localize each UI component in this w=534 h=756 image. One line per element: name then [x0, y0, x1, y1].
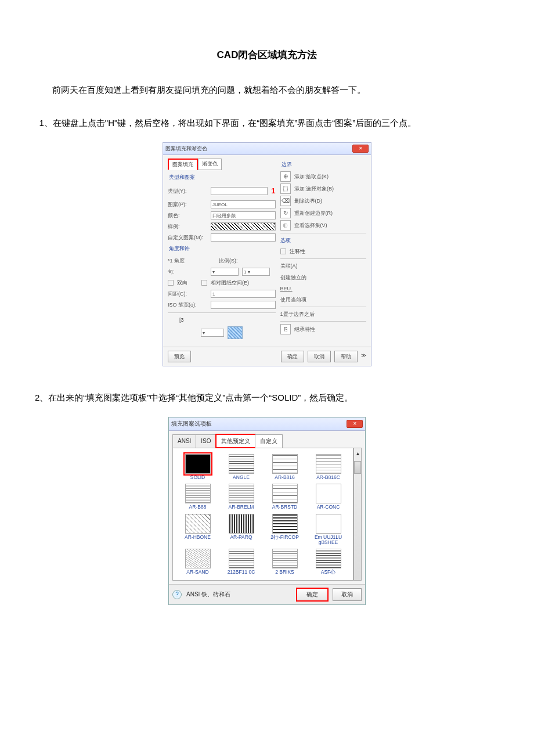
checkbox-annotative[interactable]: [280, 249, 286, 254]
ok-button-d1[interactable]: 确定: [281, 351, 304, 362]
ok-button[interactable]: 确定: [297, 588, 328, 601]
tab-ansi[interactable]: ANSI: [172, 434, 196, 448]
pattern-item[interactable]: SOLID: [178, 454, 218, 480]
tab-gradient[interactable]: 渐变色: [198, 159, 222, 170]
view-selection-icon: ◐: [280, 220, 291, 231]
origin-preview: [228, 326, 243, 339]
pattern-item[interactable]: AR-SAND: [178, 549, 218, 575]
pattern-item[interactable]: AR-B816C: [308, 454, 348, 480]
step-1-text: 1、在键盘上点击"H"键，然后空格，将出现如下界面，在“图案填充”界面点击“图案…: [45, 115, 499, 131]
scrollbar[interactable]: ▴: [353, 448, 362, 581]
pattern-item[interactable]: AR-CONC: [308, 484, 348, 510]
pattern-palette-dialog: 填充图案选项板 ✕ ANSI ISO 其他预定义 自定义 SOLIDANGLEA…: [168, 417, 366, 605]
angle-input[interactable]: ▾: [211, 268, 239, 276]
label-relative: 相对图纸空间(E): [211, 278, 249, 287]
pattern-item[interactable]: AR-B88: [178, 484, 218, 510]
select-objects-icon[interactable]: ⬚: [280, 183, 291, 194]
pattern-item[interactable]: Em UUJ1LU gBSHEE: [308, 514, 348, 546]
pattern-select[interactable]: JUEOL: [211, 200, 276, 208]
recreate-boundary-label: 重新创建边界(R): [294, 208, 366, 218]
view-selection-label: 查看选择集(V): [294, 221, 366, 230]
pattern-label: AR-PARQ: [221, 535, 261, 540]
opt-current: 使用当前项: [280, 295, 366, 304]
pattern-label: AR-SAND: [178, 570, 218, 575]
pattern-label: AR-HBONE: [178, 535, 218, 540]
label-pattern: 图案(P):: [168, 200, 207, 209]
pattern-item[interactable]: 2 BRIKS: [265, 549, 305, 575]
label-angle: *1 角度: [168, 256, 207, 265]
help-button[interactable]: 帮助: [334, 351, 358, 362]
pattern-swatch: [229, 484, 254, 503]
preview-button[interactable]: 预览: [168, 351, 191, 362]
expand-icon[interactable]: ≫: [361, 351, 366, 362]
pattern-grid: SOLIDANGLEAR-B816AR-B816CAR-B88AR-BRELMA…: [172, 448, 353, 581]
pattern-swatch: [316, 484, 341, 503]
iso-input: [211, 301, 276, 309]
scale-input[interactable]: 1 ▾: [242, 268, 270, 276]
color-select[interactable]: 口轻用多颜: [211, 211, 276, 219]
pattern-swatch: [185, 454, 211, 474]
label-color: 颜色:: [168, 211, 207, 220]
pattern-swatch: [229, 549, 254, 568]
custom-select: [211, 233, 276, 242]
pattern-swatch: [185, 514, 211, 534]
pattern-label: Em UUJ1LU gBSHEE: [308, 535, 348, 546]
type-select[interactable]: [211, 187, 268, 195]
intro-paragraph: 前两天在百度知道上看到有朋友提问填充的问题，就想着给不会的朋友解答一下。: [35, 82, 499, 98]
pattern-label: AR-B88: [178, 505, 218, 510]
remove-boundary-label: 删除边界(D): [294, 196, 366, 206]
origin-select[interactable]: ▾: [201, 329, 224, 337]
scroll-up-icon[interactable]: ▴: [354, 448, 361, 459]
footer-text: ANSI 铁、砖和石: [186, 589, 230, 600]
group-type-label: 类型和图案: [169, 172, 276, 182]
boundary-label: 边界: [282, 160, 366, 169]
pattern-item[interactable]: AR-BRELM: [221, 484, 261, 510]
pattern-item[interactable]: ASF心: [308, 549, 348, 575]
close-icon[interactable]: ✕: [352, 145, 369, 153]
label-sample: 样例:: [168, 222, 207, 231]
tab-iso[interactable]: ISO: [196, 434, 216, 448]
close-icon-2[interactable]: ✕: [347, 420, 363, 428]
pattern-item[interactable]: AR-B816: [265, 454, 305, 480]
cancel-button-d1[interactable]: 取消: [308, 351, 331, 362]
cancel-button[interactable]: 取消: [333, 588, 362, 601]
dialog2-titlebar: 填充图案选项板 ✕: [169, 417, 365, 431]
spacing-input: 1: [211, 290, 276, 298]
opt-behind: 1置于边界之后: [280, 309, 366, 319]
pattern-item[interactable]: 2行-FIRCOP: [265, 514, 305, 546]
pattern-swatch: [272, 484, 298, 503]
pick-points-icon[interactable]: ⊕: [280, 171, 291, 182]
page-title: CAD闭合区域填充方法: [35, 46, 499, 64]
tab-other-predefined[interactable]: 其他预定义: [216, 434, 255, 448]
pattern-item[interactable]: 212BF11 0C: [221, 549, 261, 575]
recreate-boundary-icon[interactable]: ↻: [280, 208, 291, 218]
select-objects-label: 添加:选择对象(B): [294, 184, 366, 193]
pattern-swatch: [272, 514, 298, 534]
pattern-label: AR-B816: [265, 475, 305, 480]
checkbox-double[interactable]: [168, 280, 174, 286]
tab-hatch[interactable]: 图案填充: [168, 159, 198, 170]
pattern-swatch: [272, 454, 298, 474]
help-icon[interactable]: ?: [172, 590, 182, 599]
tab-custom[interactable]: 自定义: [255, 434, 283, 448]
checkbox-relative[interactable]: [201, 280, 207, 286]
pattern-swatch: [272, 549, 298, 568]
opt-beu: BEU.: [280, 284, 366, 293]
label-iso: ISO 笔宽(o):: [168, 300, 207, 309]
scroll-thumb[interactable]: [354, 461, 361, 474]
pattern-item[interactable]: AR-BRSTD: [265, 484, 305, 510]
pattern-label: 2行-FIRCOP: [265, 535, 305, 540]
pattern-item[interactable]: AR-PARQ: [221, 514, 261, 546]
pattern-item[interactable]: ANGLE: [221, 454, 261, 480]
inherit-icon[interactable]: ⎘: [280, 324, 291, 334]
label-spacing: 间距(C):: [168, 289, 207, 298]
pattern-label: ASF心: [308, 570, 348, 575]
pattern-item[interactable]: AR-HBONE: [178, 514, 218, 546]
pattern-label: AR-CONC: [308, 505, 348, 510]
remove-boundary-icon[interactable]: ⌫: [280, 196, 291, 206]
label-annotative: 注释性: [290, 247, 305, 256]
pattern-label: AR-BRSTD: [265, 505, 305, 510]
pattern-label: 212BF11 0C: [221, 570, 261, 575]
pattern-label: SOLID: [178, 475, 218, 480]
pattern-label: AR-B816C: [308, 475, 348, 480]
